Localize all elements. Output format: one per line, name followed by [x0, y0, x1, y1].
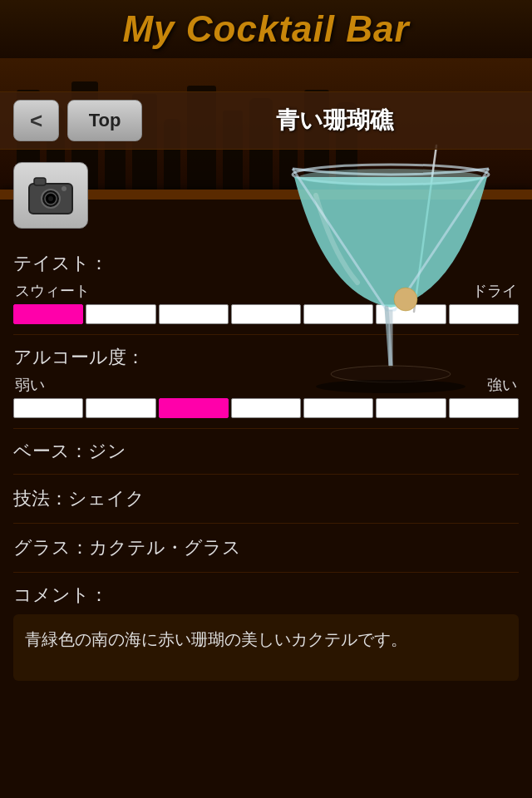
- taste-segment-3: [159, 304, 229, 324]
- alcohol-segment-3: [159, 398, 229, 418]
- camera-icon: [27, 175, 74, 215]
- glass-row: グラス：カクテル・グラス: [13, 524, 519, 573]
- app-title: My Cocktail Bar: [0, 0, 532, 58]
- weak-label: 弱い: [15, 375, 45, 395]
- alcohol-segment-2: [86, 398, 155, 418]
- taste-segment-1: [13, 304, 83, 324]
- app-title-text: My Cocktail Bar: [122, 8, 409, 50]
- top-button[interactable]: Top: [67, 100, 142, 141]
- svg-point-3: [48, 196, 53, 201]
- svg-rect-4: [34, 178, 46, 185]
- cocktail-area: [266, 121, 515, 436]
- base-label: ベース：ジン: [13, 441, 126, 461]
- cocktail-glass-svg: [274, 129, 507, 436]
- cocktail-title: 青い珊瑚礁: [150, 105, 519, 136]
- back-button[interactable]: <: [13, 100, 59, 141]
- nav-bar: < Top 青い珊瑚礁: [0, 91, 532, 150]
- comment-row: コメント： 青緑色の南の海に赤い珊瑚の美しいカクテルです。: [13, 573, 519, 691]
- comment-box: 青緑色の南の海に赤い珊瑚の美しいカクテルです。: [13, 614, 519, 681]
- camera-button[interactable]: [13, 162, 88, 229]
- svg-point-11: [394, 288, 417, 311]
- alcohol-segment-1: [13, 398, 83, 418]
- sweet-label: スウィート: [15, 281, 90, 301]
- comment-header-label: コメント：: [13, 583, 519, 608]
- martini-glass: [274, 129, 507, 436]
- camera-section: [13, 162, 88, 229]
- svg-point-12: [316, 380, 466, 393]
- glass-label: グラス：カクテル・グラス: [13, 537, 241, 558]
- technique-row: 技法：シェイク: [13, 475, 519, 524]
- svg-point-8: [299, 169, 482, 185]
- svg-point-5: [62, 186, 66, 191]
- technique-label: 技法：シェイク: [13, 488, 145, 509]
- screen: My Cocktail Bar < Top 青い珊瑚礁: [0, 0, 532, 798]
- taste-segment-2: [86, 304, 155, 324]
